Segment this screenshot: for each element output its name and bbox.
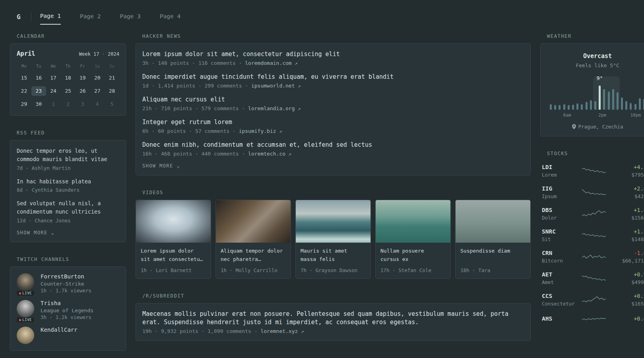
calendar-day: 30 — [31, 99, 46, 109]
video-title[interactable]: Mauris sit amet massa felis — [301, 247, 366, 264]
rss-item-title[interactable]: Donec tempor eros leo, ut commodo mauris… — [17, 147, 119, 164]
video-card[interactable]: Nullam posuere cursus ex 17h · Stefan Co… — [375, 200, 451, 279]
calendar-day-next-month: 5 — [105, 99, 119, 109]
tab-page-1[interactable]: Page 1 — [40, 9, 61, 25]
video-thumbnail[interactable] — [376, 200, 450, 243]
hn-item-title[interactable]: Aliquam nec cursus elit — [142, 95, 524, 104]
calendar-day: 19 — [75, 73, 90, 83]
twitch-channel-name[interactable]: ForrestBurton — [41, 273, 91, 280]
stock-row[interactable]: SNRCSit +1.36%$148.64 — [541, 228, 644, 242]
hn-item-title[interactable]: Donec enim nibh, condimentum et accumsan… — [142, 141, 524, 149]
middle-column: HACKER NEWS Lorem ipsum dolor sit amet, … — [136, 33, 531, 341]
hn-domain: loremdomain.com — [245, 60, 291, 66]
stock-row[interactable]: CCSConsectetur +0.51%$165.84 — [541, 293, 644, 307]
weather-bar — [586, 102, 588, 110]
videos-row: Lorem ipsum dolor sit amet consectetu… 1… — [136, 200, 531, 279]
calendar-dow: We — [46, 64, 61, 70]
hn-item-title[interactable]: Donec imperdiet augue tincidunt felis al… — [142, 73, 524, 81]
hn-item-title[interactable]: Lorem ipsum dolor sit amet, consectetur … — [142, 50, 524, 58]
weather-now-temp: 9° — [597, 75, 603, 81]
twitch-channel-row[interactable]: KendallCarr — [17, 327, 119, 344]
weather-bar — [550, 104, 552, 110]
hn-item: Aliquam nec cursus elit 21h · 710 points… — [142, 95, 524, 111]
stock-row[interactable]: AETAmet +0.92%$499.72 — [541, 271, 644, 285]
weather-condition: Overcast — [547, 53, 644, 60]
stock-symbol: AET — [542, 271, 573, 278]
stock-symbol: DBS — [542, 207, 573, 213]
videos-section-title: VIDEOS — [142, 190, 531, 195]
hn-domain-link[interactable]: loremtech.co ↗ — [248, 151, 291, 157]
tab-page-2[interactable]: Page 2 — [80, 9, 101, 24]
video-card[interactable]: Aliquam tempor dolor nec pharetra… 1h · … — [215, 200, 291, 279]
stock-symbol: SNRC — [542, 228, 573, 235]
subreddit-post-title[interactable]: Maecenas mollis pulvinar erat non posuer… — [142, 310, 524, 327]
stock-row[interactable]: IIGIpsum +2.84%$42.04 — [541, 185, 644, 199]
hn-domain-link[interactable]: loremlandia.org ↗ — [248, 105, 301, 111]
twitch-channel-name[interactable]: KendallCarr — [41, 327, 78, 333]
video-body: Aliquam tempor dolor nec pharetra… 1h · … — [216, 243, 291, 278]
twitch-channel-name[interactable]: Trisha — [41, 300, 93, 306]
video-thumbnail[interactable] — [456, 200, 530, 243]
hn-domain-link[interactable]: ipsumworld.net ↗ — [251, 83, 301, 89]
tab-page-4[interactable]: Page 4 — [160, 9, 180, 24]
hn-domain-link[interactable]: ipsumify.biz ↗ — [239, 128, 282, 134]
weather-bar — [630, 103, 632, 110]
video-title[interactable]: Suspendisse diam — [460, 247, 526, 264]
video-card[interactable]: Mauris sit amet massa felis 7h · Grayson… — [295, 200, 371, 279]
calendar-day-next-month: 2 — [61, 99, 76, 109]
calendar-day-next-month: 3 — [75, 99, 90, 109]
video-title[interactable]: Aliquam tempor dolor nec pharetra… — [221, 247, 286, 264]
video-title[interactable]: Nullam posuere cursus ex — [380, 247, 446, 264]
stocks-widget: STOCKS LDILorem +4.35%$795.18 IIGIpsum +… — [540, 151, 644, 325]
weather-widget: WEATHER Overcast Feels like 5°C 9° 6am 2… — [540, 33, 644, 136]
rss-show-more-button[interactable]: SHOW MORE ⌄ — [17, 230, 119, 235]
stock-row[interactable]: AHS +0.46% — [541, 314, 644, 325]
rss-card: Donec tempor eros leo, ut commodo mauris… — [10, 140, 126, 242]
calendar-grid: Mo Tu We Th Fr Sa Su 15 16 17 18 19 20 2… — [17, 64, 119, 109]
avatar — [17, 300, 34, 317]
stocks-section-title: STOCKS — [547, 151, 644, 156]
hn-domain: loremtech.co — [248, 151, 285, 157]
stock-left: IIGIpsum — [542, 185, 573, 199]
calendar-dow: Th — [61, 64, 76, 70]
weather-axis: 6am 2pm 10pm — [549, 113, 644, 119]
video-title[interactable]: Lorem ipsum dolor sit amet consectetu… — [141, 247, 206, 264]
calendar-section-title: CALENDAR — [17, 33, 126, 39]
rss-item-meta: 8d · Cynthia Saunders — [17, 187, 119, 193]
weather-bar — [559, 105, 561, 110]
weather-bar — [608, 91, 610, 110]
rss-item: Sed volutpat nulla nisl, a condimentum n… — [17, 199, 119, 224]
stock-name: Consectetur — [542, 301, 573, 307]
twitch-channel-row[interactable]: ●LIVE Trisha League of Legends 3h · 1.2k… — [17, 300, 119, 320]
video-card[interactable]: Lorem ipsum dolor sit amet consectetu… 1… — [136, 200, 211, 279]
rss-item-title[interactable]: Sed volutpat nulla nisl, a condimentum n… — [17, 199, 119, 216]
video-thumbnail[interactable] — [136, 200, 211, 243]
hn-domain-link[interactable]: loremdomain.com ↗ — [245, 60, 297, 66]
rss-item-title[interactable]: In hac habitasse platea — [17, 177, 119, 186]
tab-page-3[interactable]: Page 3 — [120, 9, 140, 24]
stock-row[interactable]: CRNBitcorn -1.00%$66,171.48 — [541, 250, 644, 264]
calendar-day-next-month: 4 — [90, 99, 105, 109]
external-link-icon: ↗ — [298, 83, 301, 89]
hn-item: Donec imperdiet augue tincidunt felis al… — [142, 73, 524, 89]
app-logo[interactable]: G — [17, 13, 21, 21]
weather-location-text: Prague, Czechia — [578, 124, 623, 130]
twitch-channel-row[interactable]: ●LIVE ForrestBurton Counter-Strike 1h · … — [17, 273, 119, 294]
video-thumbnail[interactable] — [296, 200, 370, 243]
stock-row[interactable]: LDILorem +4.35%$795.18 — [541, 164, 644, 178]
rss-item-meta: 7d · Ashlyn Martin — [17, 165, 119, 171]
subreddit-domain-link[interactable]: loremnet.xyz ↗ — [260, 328, 304, 334]
video-thumbnail[interactable] — [216, 200, 291, 243]
twitch-avatar-wrap: ●LIVE — [17, 273, 35, 294]
hn-item-title[interactable]: Integer eget rutrum lorem — [142, 118, 524, 126]
video-card[interactable]: Suspendisse diam 18h · Tara — [455, 200, 531, 279]
hn-item: Integer eget rutrum lorem 6h · 60 points… — [142, 118, 524, 134]
hackernews-show-more-button[interactable]: SHOW MORE ⌄ — [142, 163, 524, 169]
stock-right: +1.42%$156.28 — [615, 207, 644, 221]
live-dot-icon: ● — [19, 318, 21, 322]
subreddit-domain: loremnet.xyz — [260, 328, 298, 334]
avatar — [17, 273, 34, 291]
stock-row[interactable]: DBSDolor +1.42%$156.28 — [541, 207, 644, 221]
stock-name: Ipsum — [542, 193, 573, 199]
calendar-dow: Su — [105, 64, 119, 70]
